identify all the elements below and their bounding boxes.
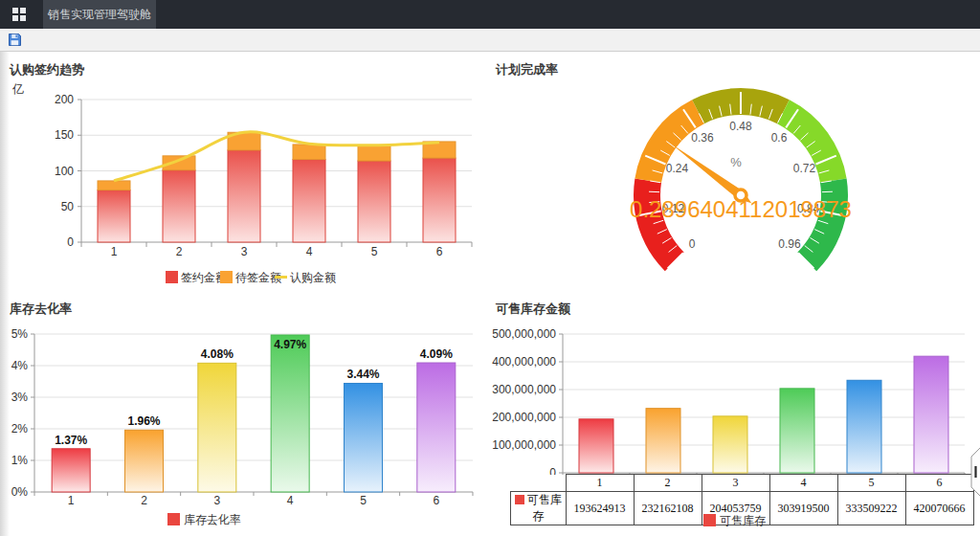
bar-value-label: 3.44%: [346, 368, 379, 381]
gauge-chart[interactable]: 00.120.240.360.480.60.720.840.96%0.28964…: [488, 52, 980, 297]
table-corner: [511, 475, 567, 492]
bar[interactable]: [52, 449, 90, 492]
table-value-cell: 193624913: [566, 492, 634, 525]
bar[interactable]: [914, 356, 948, 473]
trend-chart-title: 认购签约趋势: [10, 61, 84, 78]
grid-square: [20, 15, 26, 21]
bar-signed[interactable]: [98, 190, 130, 242]
bar-value-label: 1.37%: [55, 434, 87, 447]
svg-text:400,000,000: 400,000,000: [492, 355, 556, 368]
legend-swatch: [515, 495, 524, 504]
bar[interactable]: [271, 335, 309, 492]
svg-text:50: 50: [61, 200, 75, 213]
svg-text:0: 0: [689, 237, 696, 251]
panel-expand-handle[interactable]: [967, 447, 980, 497]
legend-swatch: [703, 514, 716, 526]
bar[interactable]: [713, 416, 747, 473]
svg-text:4%: 4%: [11, 359, 29, 372]
svg-text:3: 3: [213, 494, 220, 507]
table-header-cell: 6: [905, 475, 973, 492]
bar-signed[interactable]: [228, 150, 260, 242]
bar-signed[interactable]: [423, 158, 456, 242]
svg-text:0.24: 0.24: [666, 162, 689, 175]
toolbar: [0, 29, 980, 52]
svg-text:认购金额: 认购金额: [290, 271, 336, 284]
legend-item-库存去化率[interactable]: 库存去化率: [167, 513, 241, 526]
bar[interactable]: [579, 419, 613, 473]
svg-text:6: 6: [433, 494, 439, 507]
bar[interactable]: [124, 430, 163, 492]
svg-text:1: 1: [111, 245, 118, 258]
gauge-unit-label: %: [730, 155, 742, 169]
svg-text:5: 5: [371, 245, 378, 258]
bar-signed[interactable]: [293, 160, 325, 242]
svg-text:库存去化率: 库存去化率: [184, 513, 241, 526]
table-row-label: 可售库存: [511, 492, 567, 525]
grid-square: [12, 8, 18, 13]
save-icon[interactable]: [8, 33, 22, 47]
gauge-value: 0.2896404112019873: [630, 196, 852, 222]
bar[interactable]: [417, 363, 456, 492]
svg-text:0.6: 0.6: [771, 131, 788, 145]
legend-item-待签金额[interactable]: 待签金额: [220, 271, 281, 284]
svg-text:3%: 3%: [11, 391, 29, 404]
bar-value-label: 4.97%: [274, 338, 306, 351]
svg-text:0.48: 0.48: [729, 120, 752, 133]
svg-text:100,000,000: 100,000,000: [492, 438, 556, 452]
svg-text:2: 2: [141, 494, 147, 507]
grid-square: [20, 8, 26, 13]
svg-text:6: 6: [436, 245, 443, 258]
table-value-cell: 303919500: [769, 492, 837, 525]
legend-item-签约金额[interactable]: 签约金额: [166, 271, 227, 284]
bar-value-label: 4.09%: [420, 347, 453, 361]
svg-text:0.36: 0.36: [691, 131, 714, 145]
grid-square: [12, 15, 18, 21]
svg-text:100: 100: [55, 165, 74, 178]
bar-pending[interactable]: [358, 145, 390, 161]
table-value-cell: 333509222: [837, 492, 905, 525]
svg-text:1%: 1%: [11, 454, 29, 467]
svg-text:待签金额: 待签金额: [235, 271, 281, 284]
depletion-chart[interactable]: 0%1%2%3%4%5%1.37%11.96%24.08%34.97%43.44…: [0, 318, 488, 534]
bar[interactable]: [847, 380, 881, 473]
bar[interactable]: [780, 389, 814, 473]
table-header-cell: 2: [634, 475, 702, 492]
svg-text:200,000,000: 200,000,000: [492, 411, 556, 424]
bar-value-label: 1.96%: [127, 414, 160, 428]
tab-dashboard[interactable]: 销售实现管理驾驶舱: [43, 0, 156, 29]
legend-item-认购金额[interactable]: 认购金额: [275, 271, 336, 284]
app-menu-grid-icon[interactable]: [12, 8, 26, 21]
svg-text:0%: 0%: [11, 485, 29, 499]
svg-text:2: 2: [176, 245, 183, 258]
table-header-cell: 3: [702, 475, 769, 492]
svg-text:5: 5: [360, 494, 367, 507]
inventory-chart[interactable]: 0100,000,000200,000,000300,000,000400,00…: [488, 316, 980, 475]
bar-value-label: 4.08%: [201, 347, 234, 361]
svg-text:4: 4: [287, 494, 294, 507]
bar-signed[interactable]: [163, 170, 195, 242]
svg-text:0.72: 0.72: [793, 162, 816, 175]
depletion-chart-title: 库存去化率: [10, 301, 72, 318]
table-header-cell: 1: [566, 475, 634, 492]
table-value-cell: 232162108: [634, 492, 702, 525]
svg-text:2%: 2%: [11, 422, 29, 436]
bar-signed[interactable]: [358, 161, 390, 242]
svg-text:0.96: 0.96: [778, 237, 801, 251]
table-header-cell: 5: [837, 475, 905, 492]
svg-text:150: 150: [55, 128, 74, 142]
bar[interactable]: [646, 409, 680, 473]
inventory-legend[interactable]: 可售库存: [703, 513, 766, 529]
svg-text:300,000,000: 300,000,000: [492, 383, 556, 396]
bar-pending[interactable]: [293, 145, 325, 160]
svg-text:签约金额: 签约金额: [181, 271, 227, 284]
bar[interactable]: [198, 363, 236, 492]
table-value-cell: 420070666: [905, 492, 973, 525]
bar-pending[interactable]: [98, 181, 130, 190]
svg-text:4: 4: [306, 245, 313, 258]
svg-text:3: 3: [241, 245, 248, 258]
svg-text:1: 1: [68, 494, 75, 507]
svg-text:0: 0: [67, 235, 74, 249]
bar[interactable]: [344, 383, 382, 492]
svg-text:200: 200: [55, 93, 74, 106]
trend-chart[interactable]: 050100150200123456签约金额待签金额认购金额: [0, 80, 488, 291]
